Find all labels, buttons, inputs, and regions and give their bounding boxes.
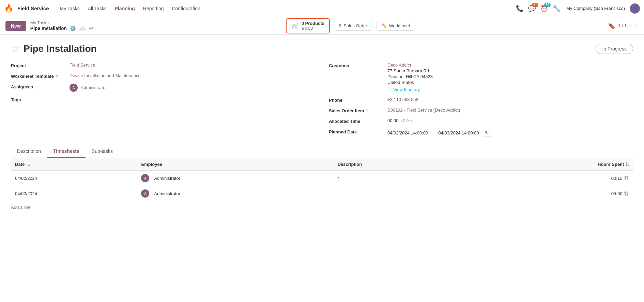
nav-icons-group: 📞 💬 11 ⏰ 66 🔧 My Company (San Francisco)…: [516, 3, 640, 14]
right-form-section: Customer Deco Addict 77 Santa Barbara Rd…: [329, 62, 633, 137]
cell-date-1[interactable]: 04/02/2024: [11, 171, 137, 186]
worksheet-help-icon[interactable]: ?: [56, 74, 58, 78]
cell-description-2[interactable]: [334, 186, 469, 201]
col-settings-icon[interactable]: ⇅: [625, 162, 629, 167]
pager: 1 / 1 ‹ ›: [618, 22, 639, 30]
col-hours-spent[interactable]: Hours Spent ⇅: [469, 158, 633, 171]
sales-order-button[interactable]: $ Sales Order: [334, 21, 372, 31]
nav-planning[interactable]: Planning: [112, 4, 138, 13]
cell-hours-2[interactable]: 05:00 🗑: [469, 186, 633, 201]
gear-icon[interactable]: ⚙️: [70, 25, 76, 32]
col-description[interactable]: Description: [334, 158, 469, 171]
allocated-time-row: Allocated Time 00:00 (0 %): [329, 118, 633, 124]
favorite-star-icon[interactable]: ☆: [11, 43, 19, 54]
customer-name[interactable]: Deco Addict: [387, 62, 433, 68]
customer-addr2: Pleasant Hill CA 94523: [387, 74, 433, 79]
delete-row-2-icon[interactable]: 🗑: [624, 190, 629, 196]
view-itinerary-link[interactable]: → View Itinerary: [387, 87, 433, 92]
add-line-button[interactable]: Add a line: [11, 205, 31, 210]
cell-employee-1[interactable]: A Administrator: [137, 171, 333, 186]
employee-name-1: Administrator: [154, 176, 180, 181]
worksheet-row: Worksheet Template ? Device Installation…: [11, 73, 315, 79]
title-row: ☆ Pipe Installation In Progress: [11, 43, 633, 54]
timesheets-table: Date ▲ Employee Description Hours Spent …: [11, 158, 633, 201]
bookmark-icon[interactable]: 🔖: [608, 22, 615, 30]
assignees-value[interactable]: A Administrator: [70, 84, 107, 92]
main-content: ☆ Pipe Installation In Progress Project …: [0, 35, 644, 218]
toolbar: New My Tasks Pipe Installation ⚙️ ☁️ ↩ 🛒…: [0, 17, 644, 35]
user-avatar[interactable]: 👤: [630, 3, 640, 14]
assignees-label: Assignees: [11, 84, 65, 89]
breadcrumb: My Tasks Pipe Installation ⚙️ ☁️ ↩: [30, 20, 93, 32]
app-logo: 🔥: [4, 4, 13, 13]
breadcrumb-current: Pipe Installation: [30, 26, 67, 31]
planned-date-refresh-button[interactable]: ↻: [482, 129, 492, 137]
phone-row: Phone +32 10 588 558: [329, 97, 633, 103]
pencil-icon: ✏️: [382, 23, 387, 28]
nav-all-tasks[interactable]: All Tasks: [85, 4, 109, 13]
timesheets-table-container: Date ▲ Employee Description Hours Spent …: [11, 158, 633, 210]
next-page-button[interactable]: ›: [634, 22, 639, 30]
planned-date-label: Planned Date: [329, 129, 383, 134]
worksheet-label: Worksheet: [389, 23, 410, 28]
worksheet-template-value[interactable]: Device Installation and Maintenance: [70, 73, 141, 78]
customer-label: Customer: [329, 62, 383, 68]
view-itinerary-label: View Itinerary: [393, 87, 420, 92]
wrench-icon: 🔧: [553, 5, 560, 12]
refresh-icon[interactable]: ↩: [89, 25, 93, 32]
prev-page-button[interactable]: ‹: [628, 22, 632, 30]
phone-value[interactable]: +32 10 588 558: [387, 97, 418, 102]
nav-reporting[interactable]: Reporting: [140, 4, 167, 13]
arrow-right-icon: →: [387, 87, 392, 92]
sales-order-item-row: Sales Order Item ? S00192 - Field Servic…: [329, 107, 633, 113]
worksheet-button[interactable]: ✏️ Worksheet: [377, 21, 415, 31]
assignees-row: Assignees A Administrator: [11, 84, 315, 92]
phone-icon-btn[interactable]: 📞: [516, 5, 523, 12]
cell-hours-1[interactable]: 00:15 🗑: [469, 171, 633, 186]
delete-row-1-icon[interactable]: 🗑: [624, 175, 629, 181]
cell-employee-2[interactable]: A Administrator: [137, 186, 333, 201]
allocated-time-value-row: 00:00 (0 %): [387, 118, 412, 123]
planned-date-value-row: 04/02/2024 14:00:00 → 04/03/2024 14:00:0…: [387, 129, 492, 137]
table-row: 04/02/2024 A Administrator / 00:15 🗑: [11, 171, 633, 186]
cloud-icon[interactable]: ☁️: [79, 25, 86, 32]
tab-timesheets[interactable]: Timesheets: [47, 145, 86, 158]
allocated-time-percent: (0 %): [401, 118, 412, 123]
sales-order-item-label: Sales Order Item ?: [329, 107, 383, 113]
app-brand: Field Service: [17, 5, 49, 11]
planned-date-end[interactable]: 04/03/2024 14:00:00: [438, 130, 479, 135]
settings-icon-btn[interactable]: 🔧: [553, 5, 560, 12]
dollar-icon: $: [339, 23, 341, 28]
project-value[interactable]: Field Service: [70, 62, 95, 68]
products-button[interactable]: 🛒 0 Products $ 0.00: [286, 18, 330, 33]
tabs-row: Description Timesheets Sub-tasks: [11, 145, 633, 158]
products-count: 0 Products: [302, 21, 324, 26]
tags-row: Tags: [11, 97, 315, 102]
sales-order-item-value[interactable]: S00192 - Field Service (Deco Addict): [387, 107, 460, 113]
nav-configuration[interactable]: Configuration: [169, 4, 203, 13]
tab-description[interactable]: Description: [11, 145, 47, 158]
tags-label: Tags: [11, 97, 65, 102]
planned-date-start[interactable]: 04/02/2024 14:00:00: [387, 130, 428, 135]
planned-date-row: Planned Date 04/02/2024 14:00:00 → 04/03…: [329, 129, 633, 137]
timer-icon-btn[interactable]: ⏰ 66: [540, 5, 548, 12]
cell-description-1[interactable]: /: [334, 171, 469, 186]
col-employee[interactable]: Employee: [137, 158, 333, 171]
new-button[interactable]: New: [5, 21, 26, 31]
allocated-time-value[interactable]: 00:00: [387, 118, 399, 123]
status-badge[interactable]: In Progress: [596, 44, 633, 54]
nav-my-tasks[interactable]: My Tasks: [57, 4, 82, 13]
customer-row: Customer Deco Addict 77 Santa Barbara Rd…: [329, 62, 633, 92]
toolbar-center: 🛒 0 Products $ 0.00 $ Sales Order ✏️ Wor…: [97, 18, 604, 33]
col-date[interactable]: Date ▲: [11, 158, 137, 171]
worksheet-template-label: Worksheet Template ?: [11, 73, 65, 79]
company-name: My Company (San Francisco): [566, 6, 625, 11]
tab-sub-tasks[interactable]: Sub-tasks: [86, 145, 119, 158]
assignee-avatar: A: [70, 84, 78, 92]
chat-icon-btn[interactable]: 💬 11: [528, 5, 536, 12]
customer-addr1: 77 Santa Barbara Rd: [387, 68, 433, 73]
breadcrumb-parent[interactable]: My Tasks: [30, 20, 93, 25]
employee-avatar-2: A: [141, 189, 149, 198]
sales-order-item-help-icon[interactable]: ?: [366, 109, 368, 113]
cell-date-2[interactable]: 04/02/2024: [11, 186, 137, 201]
